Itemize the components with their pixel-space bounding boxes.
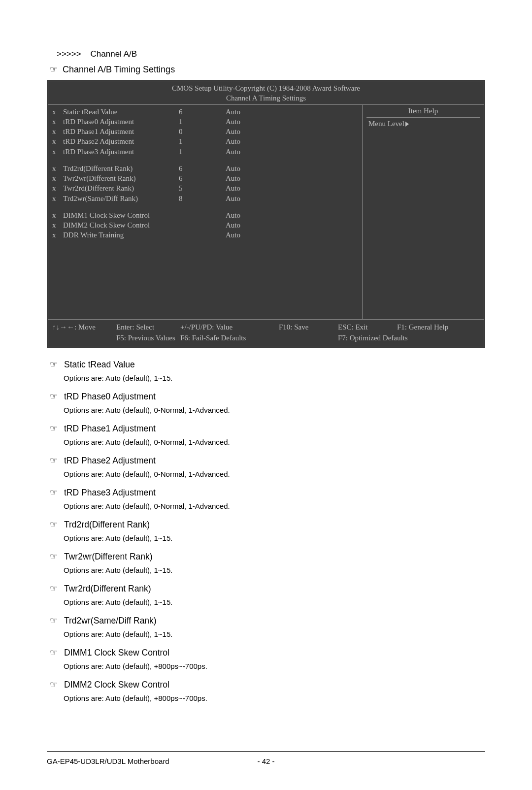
option-description: Options are: Auto (default), 1~15. [64, 374, 485, 382]
hand-icon: ☞ [50, 519, 63, 530]
option-heading: ☞tRD Phase0 Adjustment [47, 391, 485, 402]
hand-icon: ☞ [50, 391, 63, 402]
bios-row-label: Static tRead Value [63, 107, 179, 117]
bios-row-mark: x [52, 117, 63, 127]
option-title: Trd2wr(Same/Diff Rank) [64, 616, 157, 626]
bios-footer-hint: +/-/PU/PD: Value [180, 322, 279, 333]
bios-row-mode: Auto [226, 220, 255, 230]
bios-row-mode: Auto [226, 230, 255, 240]
option-title: tRD Phase2 Adjustment [64, 456, 156, 466]
bios-row-label: DIMM1 Clock Skew Control [63, 210, 179, 220]
bios-title: CMOS Setup Utility-Copyright (C) 1984-20… [48, 83, 484, 93]
bios-setting-row: xTrd2rd(Different Rank)6Auto [52, 164, 358, 173]
option-heading: ☞Static tRead Value [47, 359, 485, 370]
bios-row-label: tRD Phase1 Adjustment [63, 127, 179, 136]
option-description: Options are: Auto (default), 0-Normal, 1… [64, 406, 485, 414]
bios-setting-row: xTrd2wr(Same/Diff Rank)8Auto [52, 194, 358, 203]
bios-row-value: 6 [179, 173, 226, 183]
option-heading: ☞Twr2wr(Different Rank) [47, 551, 485, 562]
bios-footer-hint: F1: General Help [397, 322, 480, 333]
option-description: Options are: Auto (default), 1~15. [64, 566, 485, 574]
bios-row-mode: Auto [226, 210, 255, 220]
hand-icon: ☞ [50, 359, 63, 370]
bios-row-mode: Auto [226, 164, 255, 173]
bios-footer-hint [408, 332, 480, 344]
bios-setting-row: xStatic tRead Value6Auto [52, 107, 358, 117]
breadcrumb-prefix: >>>>> [57, 49, 81, 59]
triangle-icon [405, 122, 409, 127]
bios-help-pane: Item Help Menu Level [363, 105, 484, 319]
hand-icon: ☞ [50, 423, 63, 434]
bios-row-label: Twr2wr(Different Rank) [63, 173, 179, 183]
option-heading: ☞DIMM1 Clock Skew Control [47, 647, 485, 658]
bios-row-mode: Auto [226, 183, 255, 193]
bios-row-mode: Auto [226, 147, 255, 157]
option-heading: ☞Twr2rd(Different Rank) [47, 583, 485, 594]
bios-setting-row: xtRD Phase2 Adjustment1Auto [52, 136, 358, 146]
option-title: Static tRead Value [64, 360, 135, 370]
bios-footer-hint [279, 332, 338, 344]
bios-footer-hint: F10: Save [279, 322, 338, 333]
bios-row-label: tRD Phase2 Adjustment [63, 136, 179, 146]
bios-row-mark: x [52, 230, 63, 240]
bios-row-value: 1 [179, 117, 226, 127]
bios-footer-hint [52, 332, 116, 344]
bios-row-mode: Auto [226, 117, 255, 127]
hand-icon: ☞ [50, 615, 63, 626]
section-title: Channel A/B Timing Settings [63, 65, 175, 75]
option-heading: ☞DIMM2 Clock Skew Control [47, 679, 485, 690]
option-title: DIMM1 Clock Skew Control [64, 648, 169, 658]
bios-row-label: DDR Write Training [63, 230, 179, 240]
breadcrumb-text: Channel A/B [91, 49, 137, 59]
bios-setting-row: xtRD Phase0 Adjustment1Auto [52, 117, 358, 127]
option-title: tRD Phase0 Adjustment [64, 392, 156, 402]
bios-item-help-label: Item Help [366, 107, 480, 118]
option-description: Options are: Auto (default), +800ps~-700… [64, 694, 485, 702]
footer-page-number: - 42 - [0, 757, 532, 765]
hand-icon: ☞ [50, 487, 63, 498]
bios-row-value [179, 230, 226, 240]
option-title: Twr2wr(Different Rank) [64, 552, 153, 562]
option-description: Options are: Auto (default), 0-Normal, 1… [64, 470, 485, 478]
bios-footer-hint: F7: Optimized Defaults [338, 332, 408, 344]
bios-row-mode: Auto [226, 173, 255, 183]
option-title: tRD Phase3 Adjustment [64, 488, 156, 498]
bios-row-value: 1 [179, 136, 226, 146]
bios-settings-pane: xStatic tRead Value6AutoxtRD Phase0 Adju… [48, 105, 363, 319]
bios-row-value [179, 220, 226, 230]
bios-row-mode: Auto [226, 107, 255, 117]
bios-row-mark: x [52, 147, 63, 157]
bios-row-label: Trd2rd(Different Rank) [63, 164, 179, 173]
option-title: Twr2rd(Different Rank) [64, 584, 151, 594]
bios-row-mark: x [52, 210, 63, 220]
bios-footer-hint: Enter: Select [116, 322, 180, 333]
bios-row-mode: Auto [226, 127, 255, 136]
bios-footer-hint: F5: Previous Values [116, 332, 180, 344]
bios-row-mark: x [52, 164, 63, 173]
options-descriptions: ☞Static tRead ValueOptions are: Auto (de… [47, 359, 485, 702]
bios-footer-hint: ESC: Exit [338, 322, 397, 333]
bios-row-mark: x [52, 136, 63, 146]
option-description: Options are: Auto (default), 1~15. [64, 598, 485, 606]
bios-row-mark: x [52, 194, 63, 203]
bios-setting-row: xtRD Phase1 Adjustment0Auto [52, 127, 358, 136]
option-title: Trd2rd(Different Rank) [64, 520, 150, 530]
bios-row-value [179, 210, 226, 220]
bios-subtitle: Channel A Timing Settings [48, 93, 484, 103]
bios-setting-row: xTwr2rd(Different Rank)5Auto [52, 183, 358, 193]
bios-row-mark: x [52, 220, 63, 230]
option-heading: ☞tRD Phase3 Adjustment [47, 487, 485, 498]
bios-row-label: tRD Phase3 Adjustment [63, 147, 179, 157]
bios-header: CMOS Setup Utility-Copyright (C) 1984-20… [48, 81, 484, 104]
bios-screenshot: CMOS Setup Utility-Copyright (C) 1984-20… [47, 80, 485, 348]
bios-footer: ↑↓→←: MoveEnter: Select+/-/PU/PD: ValueF… [48, 319, 484, 347]
bios-row-value: 0 [179, 127, 226, 136]
hand-icon: ☞ [50, 551, 63, 562]
option-heading: ☞tRD Phase1 Adjustment [47, 423, 485, 434]
option-title: tRD Phase1 Adjustment [64, 424, 156, 434]
bios-row-value: 6 [179, 164, 226, 173]
bios-setting-row: xTwr2wr(Different Rank)6Auto [52, 173, 358, 183]
hand-icon: ☞ [50, 64, 63, 75]
bios-row-mark: x [52, 183, 63, 193]
bios-row-mode: Auto [226, 136, 255, 146]
